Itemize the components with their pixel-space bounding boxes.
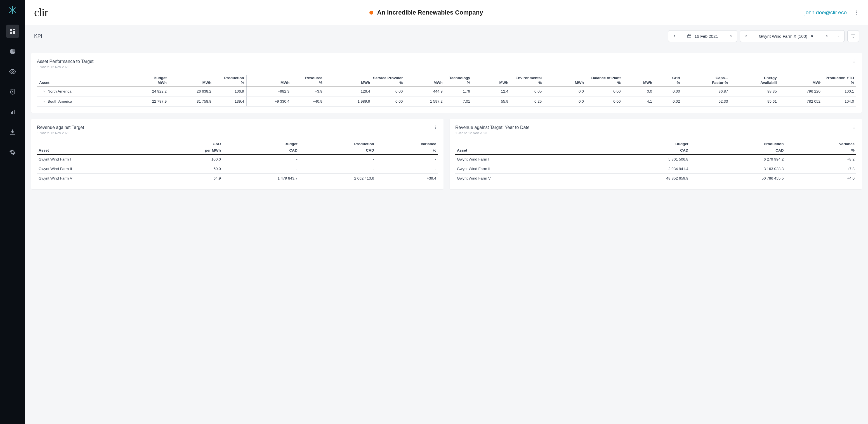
calendar-icon xyxy=(687,34,691,38)
nav-settings[interactable] xyxy=(6,146,19,159)
svg-point-10 xyxy=(856,12,857,13)
asset-display[interactable]: Gwynt Wind Farm X (100) xyxy=(752,34,821,39)
table-row[interactable]: Gwynt Wind Farm V48 852 659.950 786 455.… xyxy=(455,174,856,183)
nav-analytics[interactable] xyxy=(6,45,19,58)
svg-point-18 xyxy=(435,128,436,129)
asset-expand[interactable]: South America xyxy=(39,99,122,103)
svg-point-15 xyxy=(854,62,854,63)
performance-table: Budget Production Resource Service Provi… xyxy=(37,75,856,107)
subheader: KPI 16 Feb 2021 xyxy=(25,25,868,47)
perf-range: 1 Nov to 12 Nov 2023 xyxy=(37,65,93,69)
nav-download[interactable] xyxy=(6,125,19,139)
nav-monitor[interactable] xyxy=(6,65,19,78)
svg-rect-1 xyxy=(13,29,15,30)
asset-expand[interactable]: North America xyxy=(39,89,122,93)
revenue-ytd-card: Revenue against Target, Year to Date 1 J… xyxy=(450,119,862,189)
svg-rect-2 xyxy=(13,31,15,34)
col-service: Service Provider xyxy=(325,75,405,80)
date-picker: 16 Feb 2021 xyxy=(668,30,737,42)
table-row[interactable]: Gwynt Wind Farm I100.0--- xyxy=(37,154,438,164)
col-resource: Resource xyxy=(246,75,325,80)
col-budget: Budget xyxy=(124,75,169,80)
table-row[interactable]: Gwynt Wind Farm I5 801 506.86 279 994.2+… xyxy=(455,154,856,164)
col-grid: Grid xyxy=(623,75,682,80)
svg-point-21 xyxy=(854,128,854,129)
rev-range: 1 Nov to 12 Nov 2023 xyxy=(37,131,84,135)
svg-rect-0 xyxy=(10,29,12,31)
col-env: Environmental xyxy=(472,75,544,80)
rev-title: Revenue against Target xyxy=(37,125,84,130)
svg-point-13 xyxy=(854,60,854,60)
revenue-ytd-table: Budget Production Variance Asset CAD CAD… xyxy=(455,141,856,183)
header-menu-button[interactable] xyxy=(854,10,859,16)
status-dot-icon xyxy=(369,11,373,14)
asset-label: South America xyxy=(48,99,72,103)
svg-point-19 xyxy=(854,126,854,126)
nav-dashboard[interactable] xyxy=(6,25,19,38)
table-row[interactable]: North America 24 922.2 26 638.2106.9 +98… xyxy=(37,86,856,96)
table-row[interactable]: South America 22 787.9 31 758.8139.4 +9 … xyxy=(37,96,856,107)
asset-prev-button[interactable] xyxy=(740,30,752,42)
col-asset: Asset xyxy=(37,80,124,86)
date-value: 16 Feb 2021 xyxy=(694,34,718,39)
col-bop: Balance of Plant xyxy=(544,75,623,80)
revenue-card: Revenue against Target 1 Nov to 12 Nov 2… xyxy=(31,119,443,189)
revytd-menu-button[interactable] xyxy=(852,125,856,129)
asset-picker: Gwynt Wind Farm X (100) xyxy=(740,30,844,42)
performance-card: Asset Performance to Target 1 Nov to 12 … xyxy=(31,53,862,113)
app-logo-icon xyxy=(7,5,18,15)
revytd-title: Revenue against Target, Year to Date xyxy=(455,125,530,130)
date-display[interactable]: 16 Feb 2021 xyxy=(680,34,724,39)
svg-rect-12 xyxy=(688,35,691,38)
svg-point-16 xyxy=(435,126,436,126)
chevron-right-icon xyxy=(42,100,45,103)
nav-alarms[interactable] xyxy=(6,85,19,98)
col-energy: Energy xyxy=(730,75,779,80)
perf-title: Asset Performance to Target xyxy=(37,59,93,64)
page-title: KPI xyxy=(34,33,42,39)
svg-rect-7 xyxy=(12,111,13,114)
close-icon[interactable] xyxy=(810,34,814,38)
rev-menu-button[interactable] xyxy=(433,125,438,129)
date-next-button[interactable] xyxy=(725,30,737,42)
asset-value: Gwynt Wind Farm X (100) xyxy=(759,34,807,39)
table-row[interactable]: Gwynt Wind Farm II2 934 941.43 163 028.3… xyxy=(455,164,856,174)
revenue-table: CAD Budget Production Variance Asset per… xyxy=(37,141,438,183)
col-pytd: Production YTD xyxy=(779,75,856,80)
svg-rect-3 xyxy=(10,32,12,34)
chevron-right-icon xyxy=(42,90,45,93)
header: clir An Incredible Renewables Company jo… xyxy=(25,0,868,25)
filter-button[interactable] xyxy=(847,30,859,42)
date-prev-button[interactable] xyxy=(668,30,680,42)
col-cap: Capa... xyxy=(682,75,730,80)
svg-point-14 xyxy=(854,61,854,62)
table-row[interactable]: Gwynt Wind Farm II50.0--- xyxy=(37,164,438,174)
asset-dropdown-button[interactable] xyxy=(833,30,844,42)
nav-reports[interactable] xyxy=(6,105,19,119)
col-production: Production xyxy=(169,75,246,80)
perf-menu-button[interactable] xyxy=(852,59,856,63)
svg-point-11 xyxy=(856,14,857,14)
svg-rect-6 xyxy=(11,112,12,114)
asset-next-button[interactable] xyxy=(821,30,833,42)
table-row[interactable]: Gwynt Wind Farm V64.91 479 843.72 062 41… xyxy=(37,174,438,183)
revytd-range: 1 Jan to 12 Nov 2023 xyxy=(455,131,530,135)
logo-text: clir xyxy=(34,6,48,19)
svg-rect-8 xyxy=(14,110,14,114)
asset-label: North America xyxy=(48,89,71,93)
user-email[interactable]: john.doe@clir.eco xyxy=(805,9,847,16)
col-tech: Technology xyxy=(405,75,472,80)
svg-point-17 xyxy=(435,127,436,127)
sidebar xyxy=(0,0,25,424)
svg-point-9 xyxy=(856,10,857,11)
company-name: An Incredible Renewables Company xyxy=(377,9,483,16)
svg-point-20 xyxy=(854,127,854,127)
svg-point-4 xyxy=(12,71,13,72)
